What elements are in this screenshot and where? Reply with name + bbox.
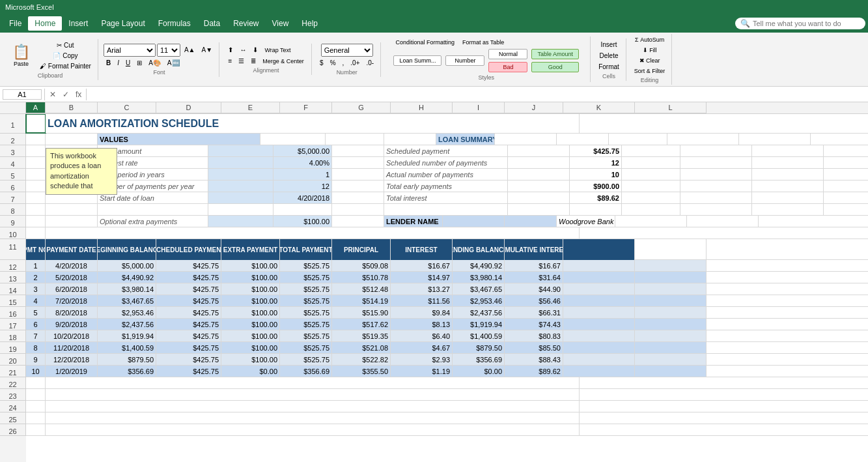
data-cell-row7-col9[interactable]: $1,400.59 (453, 330, 505, 341)
cell-h5[interactable] (508, 169, 570, 180)
cell-rest-24[interactable] (46, 401, 580, 412)
cell-h2[interactable] (495, 134, 557, 145)
row-header-19[interactable]: 19 (0, 342, 26, 354)
data-cell-row10-col6[interactable]: $356.69 (280, 366, 332, 377)
row-header-23[interactable]: 23 (0, 389, 26, 401)
col-header-l[interactable]: L (635, 102, 707, 113)
copy-button[interactable]: 📄 Copy (37, 51, 94, 61)
delete-cells-button[interactable]: Delete (597, 51, 621, 61)
data-cell-row6-col1[interactable]: 6 (26, 319, 46, 330)
cell-b10[interactable] (46, 227, 580, 238)
data-cell-row2-col2[interactable]: 5/20/2018 (46, 272, 98, 283)
cell-j3[interactable] (622, 145, 680, 156)
cell-j4[interactable] (622, 157, 680, 168)
cell-k5[interactable] (680, 169, 752, 180)
data-cell-row7-col12[interactable] (635, 330, 707, 341)
data-cell-row3-col3[interactable]: $3,980.14 (98, 283, 156, 295)
cell-g4-label[interactable]: Scheduled number of payments (384, 157, 508, 168)
align-top-button[interactable]: ⬆ (225, 45, 236, 55)
data-cell-row1-col8[interactable]: $16.67 (391, 260, 453, 271)
cell-f9[interactable] (332, 216, 384, 227)
data-cell-row6-col7[interactable]: $517.62 (332, 319, 391, 330)
data-cell-row8-col5[interactable]: $100.00 (221, 342, 280, 353)
data-cell-row3-col6[interactable]: $525.75 (280, 283, 332, 295)
cell-a1[interactable] (26, 114, 46, 133)
wrap-text-button[interactable]: Wrap Text (262, 45, 293, 55)
cell-h9[interactable] (443, 216, 505, 227)
cell-a9[interactable] (26, 216, 46, 227)
data-cell-row6-col5[interactable]: $100.00 (221, 319, 280, 330)
cell-a5[interactable] (26, 169, 46, 180)
align-bottom-button[interactable]: ⬇ (250, 45, 260, 55)
cell-l2[interactable] (739, 134, 811, 145)
cell-d7[interactable] (208, 192, 273, 203)
data-cell-row2-col6[interactable]: $525.75 (280, 272, 332, 283)
data-cell-row10-col7[interactable]: $355.50 (332, 366, 391, 377)
menu-home[interactable]: Home (28, 16, 62, 31)
data-cell-row2-col12[interactable] (635, 272, 707, 283)
data-cell-row10-col9[interactable]: $0.00 (453, 366, 505, 377)
data-cell-row4-col6[interactable]: $525.75 (280, 295, 332, 306)
col-header-b[interactable]: B (46, 102, 98, 113)
format-as-table-button[interactable]: Format as Table (460, 38, 507, 47)
cell-a25[interactable] (26, 412, 46, 424)
cell-e5-value[interactable]: 1 (273, 169, 332, 180)
cell-i2[interactable] (557, 134, 609, 145)
data-cell-row1-col9[interactable]: $4,490.92 (453, 260, 505, 271)
cell-c9-label[interactable]: Optional extra payments (98, 216, 208, 227)
data-cell-row1-col6[interactable]: $525.75 (280, 260, 332, 271)
row-header-20[interactable]: 20 (0, 354, 26, 366)
increase-font-button[interactable]: A▲ (182, 45, 198, 55)
row-header-21[interactable]: 21 (0, 366, 26, 377)
cell-f5[interactable] (332, 169, 384, 180)
search-input[interactable] (753, 20, 850, 27)
align-right-button[interactable]: ≣ (248, 56, 259, 66)
row-header-1[interactable]: 1 (0, 114, 26, 134)
cell-j8[interactable] (622, 204, 680, 215)
data-cell-row7-col7[interactable]: $519.35 (332, 330, 391, 341)
data-cell-row1-col7[interactable]: $509.08 (332, 260, 391, 271)
cell-rest-25[interactable] (46, 412, 580, 424)
data-cell-row4-col2[interactable]: 7/20/2018 (46, 295, 98, 306)
underline-button[interactable]: U (123, 58, 133, 68)
col-header-e[interactable]: E (221, 102, 280, 113)
cell-b2[interactable] (46, 134, 98, 145)
cell-k3[interactable] (680, 145, 752, 156)
data-cell-row3-col7[interactable]: $512.48 (332, 283, 391, 295)
data-cell-row9-col3[interactable]: $879.50 (98, 354, 156, 365)
confirm-formula-button[interactable]: ✓ (61, 90, 71, 99)
cell-a24[interactable] (26, 401, 46, 412)
cell-a8[interactable] (26, 204, 46, 215)
data-cell-row10-col12[interactable] (635, 366, 707, 377)
loan-summary-style[interactable]: Loan Summ... (393, 55, 441, 66)
data-cell-row6-col10[interactable]: $74.43 (505, 319, 563, 330)
menu-insert[interactable]: Insert (62, 16, 94, 31)
row-header-17[interactable]: 17 (0, 319, 26, 330)
cell-h8[interactable] (508, 204, 570, 215)
data-cell-row6-col8[interactable]: $8.13 (391, 319, 453, 330)
cell-k4[interactable] (680, 157, 752, 168)
data-cell-row9-col12[interactable] (635, 354, 707, 365)
data-cell-row7-col8[interactable]: $6.40 (391, 330, 453, 341)
data-cell-row8-col6[interactable]: $525.75 (280, 342, 332, 353)
cell-j5[interactable] (622, 169, 680, 180)
cell-j2[interactable] (609, 134, 667, 145)
cell-rest-22[interactable] (46, 377, 580, 388)
data-cell-row1-col4[interactable]: $425.75 (156, 260, 221, 271)
row-header-25[interactable]: 25 (0, 412, 26, 424)
data-cell-row6-col12[interactable] (635, 319, 707, 330)
col-header-j[interactable]: J (505, 102, 563, 113)
data-cell-row2-col11[interactable] (563, 272, 635, 283)
comma-button[interactable]: , (340, 58, 347, 68)
data-cell-row6-col4[interactable]: $425.75 (156, 319, 221, 330)
cell-e3-value[interactable]: $5,000.00 (273, 145, 332, 156)
menu-formulas[interactable]: Formulas (152, 16, 197, 31)
data-cell-row1-col11[interactable] (563, 260, 635, 271)
row-header-26[interactable]: 26 (0, 424, 26, 436)
data-cell-row3-col11[interactable] (563, 283, 635, 295)
data-cell-row6-col6[interactable]: $525.75 (280, 319, 332, 330)
data-cell-row9-col4[interactable]: $425.75 (156, 354, 221, 365)
menu-help[interactable]: Help (295, 16, 324, 31)
cell-d5[interactable] (208, 169, 273, 180)
currency-button[interactable]: $ (317, 58, 326, 68)
